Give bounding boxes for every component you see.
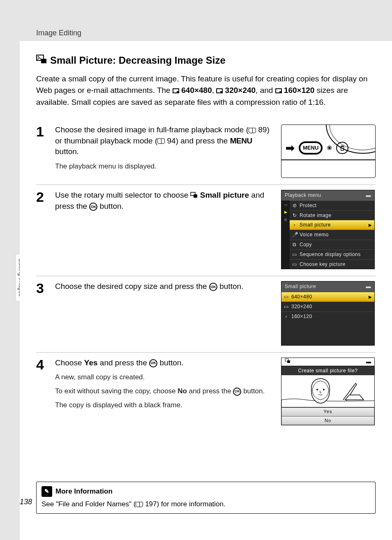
lcd-title: Small picture (285, 283, 316, 290)
section-title: Small Picture: Decreasing Image Size (36, 53, 376, 67)
section-title-text: Small Picture: Decreasing Image Size (50, 53, 226, 67)
step-4: 4 Choose Yes and press the OK button. A … (36, 353, 376, 432)
ok-button-icon: OK (89, 203, 97, 211)
svg-rect-4 (194, 194, 197, 198)
menu-item-key-picture[interactable]: ▭Choose key picture (290, 259, 374, 269)
small-picture-icon (285, 358, 291, 365)
size-menu-list: ▭640×480▶ ▭320×240 ▫160×120 (281, 292, 374, 321)
size-menu-screen: Small picture ▬ ▭640×480▶ ▭320×240 ▫160×… (281, 281, 375, 345)
page-ref-icon (249, 128, 256, 133)
playback-menu-list: ⊘Protect ↻Rotate image ▫Small picture▶ 🎤… (290, 201, 374, 269)
camera-diagram: ➡ MENU ❀ (281, 125, 376, 178)
intro-paragraph: Create a small copy of the current image… (36, 73, 376, 108)
more-info-box: ✎ More Information See "File and Folder … (36, 482, 376, 514)
macro-icon: ❀ (327, 143, 332, 152)
page-body: Small Picture: Decreasing Image Size Cre… (20, 41, 392, 540)
step-number: 4 (36, 358, 48, 372)
confirm-no-button[interactable]: No (281, 416, 374, 425)
more-info-title: More Information (55, 487, 113, 496)
svg-rect-1 (41, 59, 46, 63)
battery-icon: ▬ (366, 192, 371, 199)
menu-item-rotate[interactable]: ↻Rotate image (290, 210, 374, 220)
page-ref-icon (136, 502, 143, 507)
confirm-yes-button[interactable]: Yes (281, 407, 374, 416)
confirm-preview-image (281, 375, 374, 407)
menu-item-small-picture[interactable]: ▫Small picture▶ (290, 220, 374, 230)
arrow-right-icon: ➡ (286, 141, 295, 155)
small-picture-icon (36, 53, 47, 67)
menu-button[interactable]: MENU (299, 141, 323, 155)
chevron-right-icon: ▶ (369, 294, 372, 300)
breadcrumb: Image Editing (36, 28, 81, 38)
step-number: 3 (36, 281, 48, 295)
steps-list: 1 Choose the desired image in full-frame… (36, 120, 376, 432)
info-icon: ✎ (42, 486, 52, 497)
battery-icon: ▬ (366, 358, 371, 365)
size-option-160[interactable]: ▫160×120 (281, 312, 374, 321)
size-160-icon (275, 88, 282, 93)
size-640-icon (173, 88, 179, 93)
ok-button-icon: OK (233, 388, 241, 396)
delete-button[interactable] (336, 142, 348, 154)
playback-menu-screen: Playback menu ▬ ▭ ▶ ⚙ ⊘Protect ↻Rot (281, 190, 375, 269)
step-3: 3 Choose the desired copy size and press… (36, 276, 376, 352)
step-1: 1 Choose the desired image in full-frame… (36, 120, 376, 185)
more-info-text: See "File and Folder Names" ( 197) for m… (42, 499, 370, 509)
step-2: 2 Use the rotary multi selector to choos… (36, 185, 376, 276)
confirm-screen: ▬ Create small picture file? (281, 358, 375, 426)
page-ref-icon (157, 138, 165, 144)
lcd-title: Playback menu (285, 192, 321, 199)
size-option-640[interactable]: ▭640×480▶ (281, 292, 374, 302)
step-number: 2 (36, 190, 48, 204)
svg-rect-6 (287, 360, 290, 363)
step-number: 1 (36, 125, 48, 138)
svg-point-2 (38, 56, 39, 58)
svg-point-8 (316, 389, 318, 390)
ok-button-icon: OK (149, 359, 157, 367)
size-320-icon (216, 88, 223, 93)
confirm-question: Create small picture file? (281, 366, 374, 376)
menu-item-voice-memo[interactable]: 🎤Voice memo (290, 230, 374, 240)
chevron-right-icon: ▶ (369, 222, 372, 228)
menu-item-copy[interactable]: ⧉Copy (290, 240, 374, 249)
small-picture-icon (190, 190, 198, 201)
menu-item-sequence[interactable]: ▭Sequence display options (290, 249, 374, 259)
step-1-sub: The playback menu is displayed. (55, 162, 273, 171)
ok-button-icon: OK (209, 283, 217, 291)
battery-icon: ▬ (366, 283, 371, 290)
page-number: 138 (20, 497, 32, 507)
svg-point-9 (323, 389, 325, 390)
size-option-320[interactable]: ▭320×240 (281, 302, 374, 312)
menu-item-protect[interactable]: ⊘Protect (290, 201, 374, 210)
